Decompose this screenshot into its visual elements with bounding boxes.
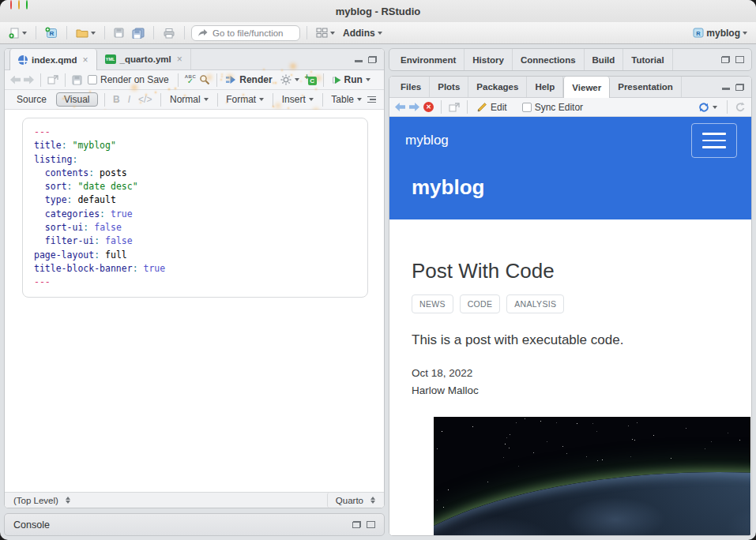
inline-code-button[interactable]: </> <box>136 94 154 105</box>
paragraph-style-dropdown[interactable]: Normal <box>167 93 211 106</box>
minimize-pane-icon[interactable] <box>722 88 730 90</box>
open-new-window-icon[interactable] <box>449 103 460 112</box>
right-column: Environment History Connections Build Tu… <box>389 48 752 536</box>
tab-packages[interactable]: Packages <box>468 77 527 97</box>
panes-layout-button[interactable] <box>314 26 337 39</box>
svg-text:R: R <box>50 30 55 37</box>
addins-button[interactable]: Addins <box>340 26 385 40</box>
format-menu[interactable]: Format <box>224 93 266 106</box>
save-all-button[interactable] <box>130 26 147 40</box>
console-pane-header[interactable]: Console <box>4 513 385 536</box>
tab-viewer[interactable]: Viewer <box>563 77 610 98</box>
close-icon[interactable]: × <box>83 54 88 66</box>
viewer-tabbar: Files Plots Packages Help Viewer Present… <box>389 77 751 98</box>
goto-arrow-icon <box>197 28 208 37</box>
open-file-button[interactable] <box>73 26 98 39</box>
table-menu[interactable]: Table <box>329 93 364 106</box>
outline-toggle-icon[interactable] <box>367 96 378 103</box>
chevron-down-icon <box>204 98 209 101</box>
italic-button[interactable]: I <box>126 94 133 105</box>
tab-presentation[interactable]: Presentation <box>610 77 682 97</box>
render-button[interactable]: Render <box>224 73 274 86</box>
render-options-button[interactable] <box>278 73 302 86</box>
source-mode-button[interactable]: Source <box>10 93 53 106</box>
language-mode-selector[interactable]: Quarto <box>327 493 378 508</box>
spellcheck-button[interactable]: ABC✓ <box>185 74 197 85</box>
back-icon[interactable] <box>395 103 405 111</box>
restore-pane-icon[interactable] <box>352 521 361 528</box>
tab-plots[interactable]: Plots <box>430 77 468 97</box>
tab-files[interactable]: Files <box>393 77 430 97</box>
forward-icon[interactable] <box>409 103 419 111</box>
chevron-down-icon <box>378 32 382 35</box>
back-icon[interactable] <box>10 76 21 84</box>
stars-layer <box>434 417 434 418</box>
stop-icon[interactable]: ✕ <box>423 102 434 112</box>
tab-build[interactable]: Build <box>585 49 624 70</box>
zoom-window-button[interactable] <box>26 0 28 9</box>
open-new-window-icon[interactable] <box>47 75 58 84</box>
panes-grid-icon <box>316 28 328 38</box>
save-all-icon <box>132 28 145 39</box>
save-button[interactable] <box>111 26 126 39</box>
minimize-window-button[interactable] <box>18 0 20 9</box>
scope-selector[interactable]: (Top Level) <box>11 495 73 506</box>
goto-file-input[interactable]: Go to file/function <box>191 25 300 41</box>
post-title[interactable]: Post With Code <box>412 259 729 283</box>
save-icon[interactable] <box>72 75 82 85</box>
post-image[interactable] <box>434 417 750 535</box>
run-button[interactable]: Run <box>330 73 373 86</box>
titlebar: myblog - RStudio <box>0 0 756 22</box>
render-icon <box>226 75 236 84</box>
minimize-pane-icon[interactable] <box>355 60 363 62</box>
search-icon[interactable] <box>199 74 210 85</box>
bold-button[interactable]: B <box>111 94 122 105</box>
new-file-button[interactable] <box>6 26 29 40</box>
blog-navbar: myblog <box>389 117 751 164</box>
tab-label: _quarto.yml <box>120 54 171 64</box>
maximize-pane-icon[interactable] <box>735 56 744 63</box>
maximize-pane-icon[interactable] <box>735 84 744 91</box>
post-author: Harlow Malloc <box>412 384 729 396</box>
tab-index-qmd[interactable]: index.qmd × <box>9 49 97 70</box>
insert-menu[interactable]: Insert <box>280 93 316 106</box>
blog-title-banner: myblog <box>389 164 751 219</box>
insert-chunk-button[interactable]: C + <box>305 74 317 85</box>
edit-button[interactable]: Edit <box>475 101 510 114</box>
render-on-save-checkbox[interactable]: Render on Save <box>85 73 171 86</box>
close-icon[interactable]: × <box>177 54 182 65</box>
restore-pane-icon[interactable] <box>721 56 730 63</box>
rstudio-window: myblog - RStudio R <box>0 0 756 540</box>
blog-navbar-brand[interactable]: myblog <box>405 133 449 148</box>
tag-news[interactable]: NEWS <box>412 294 453 313</box>
tab-help[interactable]: Help <box>527 77 563 97</box>
blog-banner-title: myblog <box>412 175 751 200</box>
maximize-pane-icon[interactable] <box>368 56 377 63</box>
print-button[interactable] <box>160 26 178 40</box>
new-project-button[interactable]: R <box>43 25 60 40</box>
sync-button[interactable] <box>696 101 720 114</box>
tab-connections[interactable]: Connections <box>513 49 585 70</box>
forward-icon[interactable] <box>24 76 34 84</box>
refresh-icon[interactable] <box>735 102 746 113</box>
visual-mode-button[interactable]: Visual <box>56 92 97 107</box>
tag-code[interactable]: CODE <box>460 294 501 313</box>
maximize-pane-icon[interactable] <box>367 521 375 528</box>
pane-controls <box>721 49 751 70</box>
code-block[interactable]: ---title: "myblog"listing: contents: pos… <box>22 118 368 298</box>
editor-toolbar-row1: Render on Save ABC✓ Render C <box>5 70 384 90</box>
project-label: myblog <box>706 28 740 39</box>
editor-content[interactable]: ---title: "myblog"listing: contents: pos… <box>5 110 384 492</box>
sync-editor-checkbox[interactable]: Sync Editor <box>520 101 585 114</box>
svg-text:R: R <box>697 30 701 37</box>
tab-quarto-yml[interactable]: YML _quarto.yml × <box>97 49 191 69</box>
tab-environment[interactable]: Environment <box>393 49 465 70</box>
chevron-down-icon <box>295 78 299 81</box>
sync-icon <box>698 102 709 113</box>
close-window-button[interactable] <box>10 0 12 9</box>
hamburger-menu-button[interactable] <box>691 123 737 158</box>
project-menu-button[interactable]: R myblog <box>690 26 750 40</box>
tag-analysis[interactable]: ANALYSIS <box>506 294 564 313</box>
tab-history[interactable]: History <box>465 49 513 70</box>
tab-tutorial[interactable]: Tutorial <box>623 49 672 70</box>
